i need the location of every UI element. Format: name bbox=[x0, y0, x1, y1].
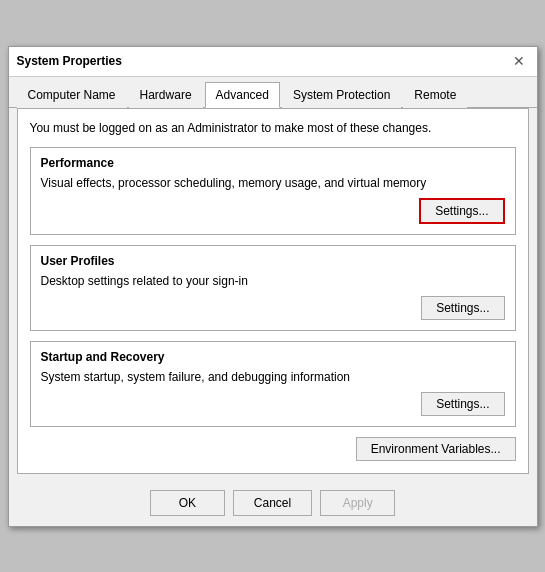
system-properties-window: System Properties ✕ Computer Name Hardwa… bbox=[8, 46, 538, 527]
startup-recovery-desc: System startup, system failure, and debu… bbox=[41, 370, 505, 384]
startup-recovery-title: Startup and Recovery bbox=[41, 350, 505, 364]
startup-recovery-btn-row: Settings... bbox=[41, 392, 505, 416]
window-title: System Properties bbox=[17, 54, 122, 68]
tab-bar: Computer Name Hardware Advanced System P… bbox=[9, 77, 537, 108]
tab-system-protection[interactable]: System Protection bbox=[282, 82, 401, 108]
close-button[interactable]: ✕ bbox=[509, 51, 529, 71]
performance-settings-button[interactable]: Settings... bbox=[419, 198, 504, 224]
apply-button[interactable]: Apply bbox=[320, 490, 395, 516]
env-variables-row: Environment Variables... bbox=[30, 437, 516, 461]
tab-remote[interactable]: Remote bbox=[403, 82, 467, 108]
admin-notice: You must be logged on as an Administrato… bbox=[30, 121, 516, 135]
title-bar: System Properties ✕ bbox=[9, 47, 537, 77]
startup-recovery-section: Startup and Recovery System startup, sys… bbox=[30, 341, 516, 427]
user-profiles-section: User Profiles Desktop settings related t… bbox=[30, 245, 516, 331]
performance-desc: Visual effects, processor scheduling, me… bbox=[41, 176, 505, 190]
performance-section: Performance Visual effects, processor sc… bbox=[30, 147, 516, 235]
startup-recovery-settings-button[interactable]: Settings... bbox=[421, 392, 504, 416]
user-profiles-title: User Profiles bbox=[41, 254, 505, 268]
environment-variables-button[interactable]: Environment Variables... bbox=[356, 437, 516, 461]
tab-advanced[interactable]: Advanced bbox=[205, 82, 280, 108]
user-profiles-settings-button[interactable]: Settings... bbox=[421, 296, 504, 320]
user-profiles-btn-row: Settings... bbox=[41, 296, 505, 320]
user-profiles-desc: Desktop settings related to your sign-in bbox=[41, 274, 505, 288]
tab-hardware[interactable]: Hardware bbox=[129, 82, 203, 108]
tab-content: You must be logged on as an Administrato… bbox=[17, 108, 529, 474]
tab-computer-name[interactable]: Computer Name bbox=[17, 82, 127, 108]
ok-button[interactable]: OK bbox=[150, 490, 225, 516]
performance-title: Performance bbox=[41, 156, 505, 170]
performance-btn-row: Settings... bbox=[41, 198, 505, 224]
cancel-button[interactable]: Cancel bbox=[233, 490, 312, 516]
bottom-bar: OK Cancel Apply bbox=[9, 482, 537, 526]
